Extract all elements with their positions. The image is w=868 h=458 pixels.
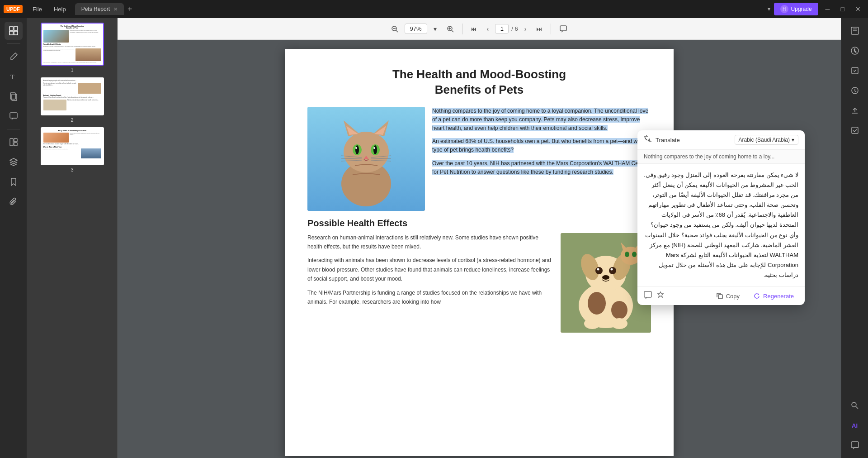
chevron-down-icon: ▾	[768, 6, 770, 12]
thumb-page-num-3: 3	[71, 167, 73, 172]
zoom-level[interactable]: 97%	[405, 24, 427, 34]
last-page-button[interactable]: ⏭	[533, 24, 546, 34]
sidebar-icon-comment[interactable]	[5, 107, 23, 125]
svg-point-53	[611, 318, 627, 329]
svg-rect-66	[852, 127, 858, 134]
pdf-view-area[interactable]: The Health and Mood-Boosting Benefits of…	[118, 40, 841, 458]
svg-point-48	[611, 268, 613, 270]
copy-button[interactable]: Copy	[712, 291, 744, 301]
body-text-1: Research on human-animal interactions is…	[307, 233, 553, 252]
right-sidebar: AI	[841, 18, 868, 458]
svg-point-52	[584, 318, 600, 329]
pdf-document-title: The Health and Mood-Boosting Benefits of…	[307, 67, 651, 98]
svg-rect-0	[9, 27, 13, 30]
sidebar-icon-layout[interactable]	[5, 22, 23, 40]
highlighted-paragraph-3: Over the past 10 years, NIH has partnere…	[432, 160, 647, 175]
next-page-button[interactable]: ›	[521, 24, 530, 34]
svg-rect-69	[851, 442, 859, 448]
thumbnail-page-2[interactable]: Animals helping people with various heal…	[32, 77, 113, 123]
svg-rect-8	[10, 138, 13, 146]
right-icon-upload[interactable]	[846, 101, 864, 119]
thumb-page-num-2: 2	[71, 117, 73, 123]
language-selector[interactable]: Arabic (Saudi Arabia) ▾	[735, 135, 798, 145]
right-icon-3[interactable]	[846, 62, 864, 80]
sidebar-icon-organize[interactable]	[5, 133, 23, 151]
svg-point-47	[597, 268, 599, 270]
file-menu[interactable]: File	[28, 4, 47, 14]
right-icon-1[interactable]	[846, 22, 864, 40]
pdf-page: The Health and Mood-Boosting Benefits of…	[285, 49, 674, 456]
close-button[interactable]: ✕	[852, 4, 864, 14]
toolbar-divider-1	[462, 24, 462, 34]
language-label: Arabic (Saudi Arabia)	[739, 137, 790, 143]
svg-point-30	[355, 147, 357, 149]
right-icon-2[interactable]	[846, 42, 864, 60]
tab-pets-report[interactable]: Pets Report ✕	[75, 3, 124, 15]
right-icon-check[interactable]	[846, 121, 864, 139]
regenerate-button[interactable]: Regenerate	[749, 291, 798, 301]
chat-icon[interactable]	[644, 291, 652, 301]
health-effects-section: Possible Health Effects Research on huma…	[307, 218, 651, 333]
highlighted-text-section: Nothing compares to the joy of coming ho…	[432, 107, 651, 211]
comment-button[interactable]	[556, 23, 571, 35]
lang-dropdown-icon: ▾	[792, 137, 794, 143]
sidebar-icon-text[interactable]: T	[5, 67, 23, 86]
minimize-button[interactable]: ─	[822, 4, 834, 14]
sidebar-icon-bookmark[interactable]	[5, 173, 23, 191]
content-area: 97% ▾ ⏮ ‹ / 6 › ⏭ The Health and Mood-Bo…	[118, 18, 841, 458]
svg-point-46	[609, 267, 616, 274]
pdf-toolbar: 97% ▾ ⏮ ‹ / 6 › ⏭	[118, 18, 841, 40]
page-number-input[interactable]	[495, 24, 509, 33]
sidebar-icon-layers[interactable]	[5, 153, 23, 171]
thumb-page-num-1: 1	[71, 67, 73, 73]
user-avatar: H	[780, 5, 788, 13]
svg-point-50	[588, 292, 606, 315]
svg-line-12	[396, 30, 398, 32]
svg-point-29	[373, 145, 377, 154]
thumbnail-page-3[interactable]: A Key Phase in the History of Tourism To…	[32, 127, 113, 172]
svg-point-49	[602, 275, 609, 280]
divider-2	[7, 129, 20, 129]
right-icon-ai[interactable]: AI	[846, 416, 864, 434]
new-tab-button[interactable]: +	[124, 5, 136, 14]
body-text-2: Interacting with animals has been shown …	[307, 256, 553, 283]
body-text-3: The NIH/Mars Partnership is funding a ra…	[307, 288, 553, 307]
svg-rect-59	[644, 291, 651, 297]
right-icon-search[interactable]	[846, 396, 864, 415]
right-icon-4[interactable]	[846, 81, 864, 100]
prev-page-button[interactable]: ‹	[483, 24, 493, 34]
copy-label: Copy	[726, 293, 740, 300]
svg-line-68	[856, 406, 858, 409]
section-heading-health: Possible Health Effects	[307, 218, 651, 229]
sidebar-icon-pencil[interactable]	[5, 48, 23, 66]
svg-point-31	[373, 147, 375, 149]
translate-result-text: لا شيء يمكن مقارنته بفرحة العودة إلى الم…	[637, 164, 805, 287]
zoom-dropdown-button[interactable]: ▾	[430, 24, 440, 34]
svg-line-15	[452, 30, 453, 32]
pin-icon[interactable]	[656, 291, 665, 301]
first-page-button[interactable]: ⏮	[467, 24, 481, 34]
svg-point-28	[355, 145, 359, 154]
svg-rect-7	[10, 113, 17, 118]
thumbnail-page-1[interactable]: The Health and Mood-BoostingBenefits of …	[32, 23, 113, 73]
titlebar: UPDF File Help Pets Report ✕ + ▾ H Upgra…	[0, 0, 868, 18]
left-sidebar: T	[0, 18, 27, 458]
zoom-in-button[interactable]	[443, 24, 458, 34]
sidebar-icon-pages[interactable]	[5, 87, 23, 105]
thumb-page-image-2: Animals helping people with various heal…	[41, 77, 104, 115]
translate-icon	[644, 135, 652, 145]
svg-rect-6	[12, 94, 17, 100]
maximize-button[interactable]: □	[837, 4, 848, 14]
right-icon-chat[interactable]	[846, 436, 864, 454]
help-menu[interactable]: Help	[49, 4, 71, 14]
svg-point-45	[595, 267, 603, 274]
upgrade-button[interactable]: H Upgrade	[774, 3, 818, 15]
main-layout: T The Health and Mood-BoostingBenefits o…	[0, 18, 868, 458]
svg-point-58	[632, 252, 637, 257]
tab-close-button[interactable]: ✕	[113, 6, 118, 12]
svg-rect-10	[14, 143, 17, 146]
tab-title: Pets Report	[81, 6, 110, 12]
sidebar-icon-attach[interactable]	[5, 193, 23, 211]
toolbar-divider-2	[551, 24, 551, 34]
zoom-out-button[interactable]	[387, 24, 402, 34]
